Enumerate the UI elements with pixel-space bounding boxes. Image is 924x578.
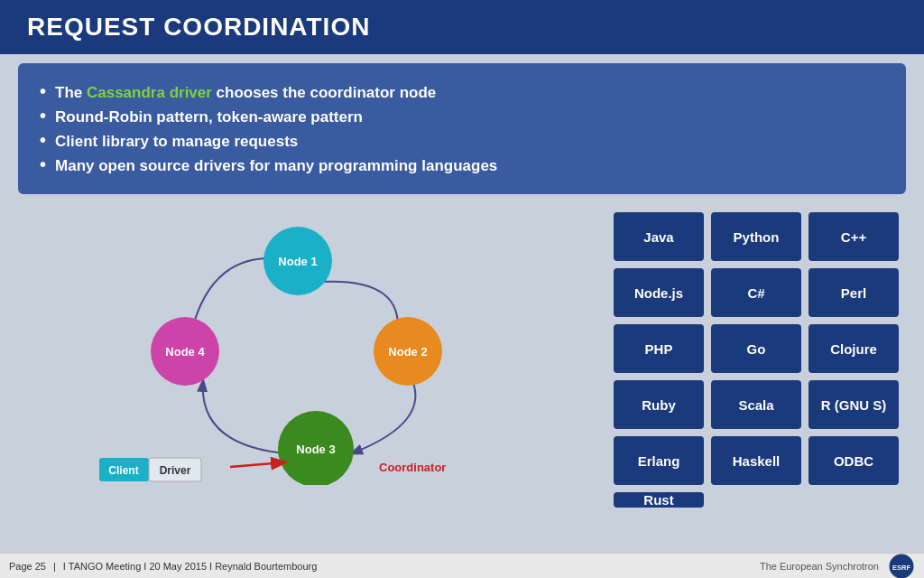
- lang-nodejs[interactable]: Node.js: [614, 268, 704, 317]
- slide-content: • The Cassandra driver chooses the coord…: [0, 54, 924, 508]
- lang-perl[interactable]: Perl: [808, 268, 899, 317]
- svg-text:Coordinator: Coordinator: [379, 461, 446, 474]
- cassandra-highlight: Cassandra driver: [87, 84, 212, 101]
- bullet-1: • The Cassandra driver chooses the coord…: [40, 82, 884, 102]
- lang-python[interactable]: Python: [711, 212, 801, 261]
- bullet-dot-2: •: [40, 107, 46, 125]
- footer-meeting: I TANGO Meeting I 20 May 2015 I Reynald …: [63, 561, 317, 572]
- diagram-area: Node 1 Node 2 Node 3 Node 4 Client Drive…: [18, 205, 605, 485]
- esrf-logo-icon: ESRF: [888, 553, 915, 579]
- language-grid: Java Python C++ Node.js C# Perl PHP Go C…: [614, 205, 906, 508]
- lang-scala[interactable]: Scala: [711, 380, 801, 429]
- bullet-3: • Client library to manage requests: [40, 131, 884, 151]
- bullet-3-text: Client library to manage requests: [55, 133, 298, 151]
- lang-erlang[interactable]: Erlang: [614, 436, 704, 485]
- lang-odbc[interactable]: ODBC: [808, 436, 899, 485]
- bullet-2-text: Round-Robin pattern, token-aware pattern: [55, 108, 363, 126]
- svg-text:Node 1: Node 1: [278, 255, 317, 268]
- bullet-dot-4: •: [40, 155, 46, 173]
- lower-area: Node 1 Node 2 Node 3 Node 4 Client Drive…: [18, 205, 906, 508]
- svg-text:Node 3: Node 3: [296, 443, 335, 456]
- svg-text:Client: Client: [108, 464, 138, 477]
- slide-footer: Page 25 | I TANGO Meeting I 20 May 2015 …: [0, 553, 924, 578]
- svg-text:Node 2: Node 2: [388, 345, 427, 359]
- footer-right: The European Synchrotron ESRF: [760, 553, 915, 579]
- svg-text:Driver: Driver: [160, 464, 191, 477]
- lang-haskell[interactable]: Haskell: [711, 436, 801, 485]
- bullet-dot-3: •: [40, 131, 46, 149]
- bullet-dot: •: [40, 82, 46, 100]
- lang-rust[interactable]: Rust: [614, 492, 704, 508]
- lang-clojure[interactable]: Clojure: [808, 324, 899, 373]
- lang-cpp[interactable]: C++: [808, 212, 899, 261]
- svg-text:ESRF: ESRF: [892, 563, 910, 571]
- footer-page: Page 25: [9, 561, 46, 572]
- bullet-4: • Many open source drivers for many prog…: [40, 155, 884, 175]
- svg-text:Node 4: Node 4: [165, 345, 205, 359]
- lang-php[interactable]: PHP: [614, 324, 704, 373]
- bullets-box: • The Cassandra driver chooses the coord…: [18, 63, 906, 194]
- bullet-4-text: Many open source drivers for many progra…: [55, 157, 497, 175]
- node-diagram: Node 1 Node 2 Node 3 Node 4 Client Drive…: [18, 205, 578, 485]
- footer-org: The European Synchrotron: [760, 561, 879, 572]
- slide-title: REQUEST COORDINATION: [27, 13, 370, 42]
- lang-java[interactable]: Java: [614, 212, 704, 261]
- lang-ruby[interactable]: Ruby: [614, 380, 704, 429]
- footer-separator: |: [53, 561, 56, 572]
- lang-csharp[interactable]: C#: [711, 268, 801, 317]
- lang-go[interactable]: Go: [711, 324, 801, 373]
- bullet-2: • Round-Robin pattern, token-aware patte…: [40, 107, 884, 126]
- slide-header: REQUEST COORDINATION: [0, 0, 924, 54]
- lang-r[interactable]: R (GNU S): [808, 380, 899, 429]
